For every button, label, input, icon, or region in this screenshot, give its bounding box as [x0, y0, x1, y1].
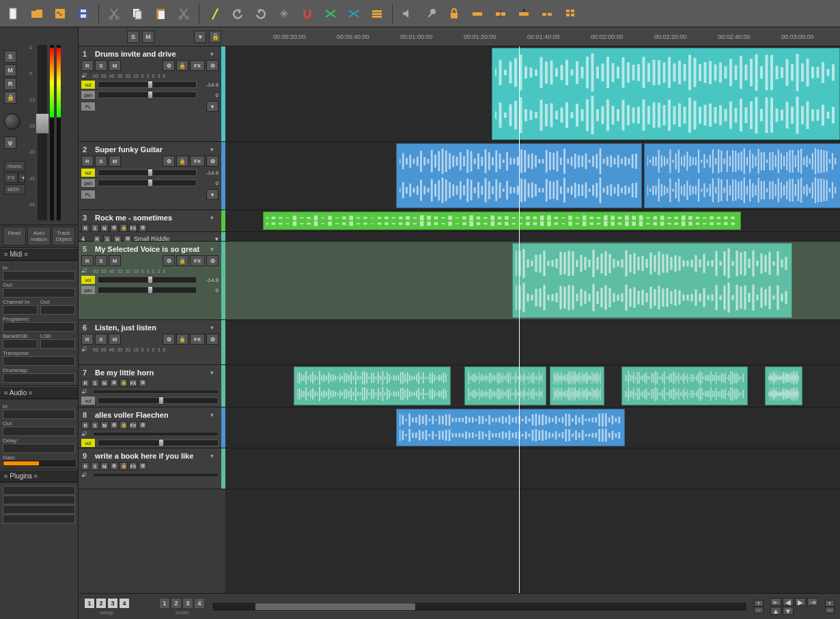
plugin-icon[interactable]: ⚙: [206, 255, 219, 266]
audio-out-dropdown[interactable]: [3, 427, 75, 436]
plugin-icon[interactable]: ⚙: [139, 421, 147, 429]
rec-button[interactable]: R: [81, 421, 89, 429]
midi-button[interactable]: MIDI: [4, 184, 25, 195]
gear-icon[interactable]: ⚙: [163, 156, 175, 167]
vol-slider[interactable]: [98, 169, 197, 176]
gear-icon[interactable]: ⚙: [163, 60, 175, 71]
track-lane[interactable]: [225, 142, 840, 210]
master-pan-knob[interactable]: [4, 113, 20, 130]
vol-slider[interactable]: [98, 397, 219, 404]
nav-prev-button[interactable]: ◀: [783, 598, 794, 606]
track-lane[interactable]: [225, 407, 840, 448]
master-mute-button[interactable]: M: [4, 64, 16, 76]
marker-icon[interactable]: [205, 4, 224, 23]
track-name[interactable]: Super funky Guitar: [95, 145, 208, 154]
lock-icon[interactable]: 🔒: [120, 224, 128, 232]
track-header[interactable]: 1Drums invite and drive▾RSM⚙🔒FX⚙🔊6050403…: [79, 46, 225, 142]
setup-preset-2[interactable]: 2: [96, 598, 107, 609]
zoom-in-h-button[interactable]: +: [754, 600, 764, 607]
lsb-dropdown[interactable]: [40, 339, 75, 349]
track-name[interactable]: alles voller Flaechen: [95, 411, 208, 419]
cut-icon[interactable]: [104, 4, 124, 23]
audio-clip[interactable]: [512, 243, 792, 318]
track-lane[interactable]: [225, 320, 840, 365]
mute-button[interactable]: M: [100, 379, 109, 387]
build-icon[interactable]: [561, 4, 580, 23]
audio-clip[interactable]: [644, 143, 840, 208]
plugin-slot[interactable]: [3, 515, 75, 523]
paste-cut-icon[interactable]: [174, 4, 193, 23]
track-header[interactable]: 3Rock me - sometimes▾RSM⚙🔒FX⚙: [79, 210, 225, 232]
fx-button[interactable]: FX: [129, 421, 137, 429]
audio-in-dropdown[interactable]: [3, 409, 75, 419]
setup-preset-3[interactable]: 3: [107, 598, 118, 609]
rec-button[interactable]: R: [81, 379, 89, 387]
undo-icon[interactable]: [228, 4, 247, 23]
nav-first-button[interactable]: ⇤: [770, 598, 781, 606]
nav-up-button[interactable]: ▲: [770, 607, 781, 615]
track-caret-icon[interactable]: ▾: [210, 214, 217, 221]
track-name[interactable]: Drums invite and drive: [95, 50, 208, 58]
gear-icon[interactable]: ⚙: [110, 379, 118, 387]
plugin-icon[interactable]: ⚙: [139, 379, 147, 387]
zoom-preset-2[interactable]: 2: [171, 598, 182, 609]
track-name[interactable]: Rock me - sometimes: [95, 214, 208, 222]
track-name[interactable]: Listen, just listen: [95, 323, 208, 332]
track-header[interactable]: 8alles voller Flaechen▾RSM⚙🔒FX⚙🔊vol: [79, 407, 225, 448]
time-ruler[interactable]: 00:00:20:0000:00:40:0000:01:00:0000:01:2…: [225, 27, 840, 46]
solo-button[interactable]: S: [95, 255, 107, 266]
gain-slider[interactable]: [3, 461, 75, 466]
lock-icon[interactable]: 🔒: [120, 379, 128, 387]
plugin-icon[interactable]: ⚙: [206, 60, 219, 71]
redo-icon[interactable]: [251, 4, 270, 23]
plugin-icon[interactable]: ⚙: [139, 224, 147, 232]
mute-button[interactable]: M: [109, 156, 121, 167]
rec-button[interactable]: R: [81, 60, 94, 71]
ruler-solo-button[interactable]: S: [127, 31, 139, 43]
gear-icon[interactable]: ⚙: [110, 421, 118, 429]
transpose-dropdown[interactable]: [3, 356, 75, 366]
solo-button[interactable]: S: [91, 421, 99, 429]
audio-clip[interactable]: [765, 366, 802, 405]
pan-slider[interactable]: [98, 91, 197, 98]
track-header[interactable]: 6Listen, just listen▾RSM⚙🔒FX⚙🔊6050403020…: [79, 320, 225, 365]
track-caret-icon[interactable]: ▾: [210, 369, 217, 376]
lock-icon[interactable]: 🔒: [120, 462, 128, 470]
fx-button[interactable]: FX: [129, 224, 137, 232]
track-header[interactable]: 4RSM⚙Small Riiddle▾: [79, 232, 225, 242]
audio-section-header[interactable]: ≈ Audio ≈: [0, 386, 78, 399]
plugin-icon[interactable]: ⚙: [206, 156, 219, 167]
track-lane[interactable]: [225, 210, 840, 232]
track-name[interactable]: Be my little horn: [95, 369, 208, 377]
solo-button[interactable]: S: [95, 156, 107, 167]
channel-in-dropdown[interactable]: [3, 305, 38, 315]
gear-icon[interactable]: ⚙: [163, 334, 175, 345]
track-lane[interactable]: [225, 365, 840, 407]
open-folder-icon[interactable]: [27, 4, 46, 23]
delay-dropdown[interactable]: [3, 444, 75, 453]
master-fader[interactable]: [38, 45, 47, 220]
solo-button[interactable]: S: [95, 60, 107, 71]
audio-clip[interactable]: [464, 366, 546, 405]
master-solo-button[interactable]: S: [4, 51, 16, 63]
drummap-dropdown[interactable]: [3, 373, 75, 383]
speaker-icon[interactable]: [398, 4, 417, 23]
range4-icon[interactable]: [537, 4, 557, 23]
audio-clip[interactable]: [550, 366, 604, 405]
zoom-preset-4[interactable]: 4: [194, 598, 205, 609]
track-header[interactable]: 7Be my little horn▾RSM⚙🔒FX⚙🔊vol: [79, 365, 225, 407]
fx-button[interactable]: FX: [190, 334, 205, 345]
track-lane[interactable]: [225, 232, 840, 242]
master-lock-button[interactable]: 🔒: [4, 91, 16, 104]
track-name[interactable]: My Selected Voice is so great: [95, 245, 208, 253]
playhead[interactable]: [519, 46, 520, 593]
solo-button[interactable]: S: [91, 462, 99, 470]
horizontal-scrollbar[interactable]: [212, 602, 747, 611]
copy-icon[interactable]: [128, 4, 147, 23]
track-caret-icon[interactable]: ▾: [210, 452, 217, 459]
channel-out-dropdown[interactable]: [40, 305, 75, 315]
vol-slider[interactable]: [98, 276, 197, 283]
bankmsb-dropdown[interactable]: [3, 339, 38, 349]
range3-icon[interactable]: [514, 4, 533, 23]
zoom-preset-3[interactable]: 3: [182, 598, 193, 609]
